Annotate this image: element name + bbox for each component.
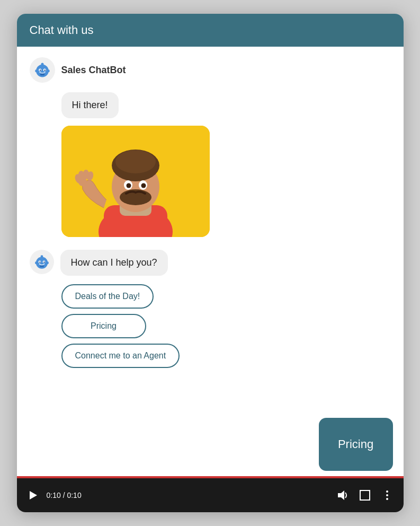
svg-point-42 xyxy=(386,498,388,500)
svg-point-7 xyxy=(41,63,43,65)
character-svg xyxy=(61,126,210,237)
svg-rect-39 xyxy=(360,490,370,500)
device-frame: Chat with us xyxy=(17,14,404,512)
fullscreen-button[interactable] xyxy=(357,487,373,503)
svg-marker-37 xyxy=(30,491,37,499)
video-controls-bar: 0:10 / 0:10 xyxy=(17,478,404,512)
svg-point-41 xyxy=(386,494,388,496)
svg-point-32 xyxy=(43,261,44,262)
svg-point-21 xyxy=(141,183,146,188)
svg-point-4 xyxy=(39,69,41,71)
message-row-help: How can I help you? xyxy=(30,250,391,276)
more-icon xyxy=(381,489,393,501)
quick-reply-agent[interactable]: Connect me to an Agent xyxy=(61,344,180,368)
fullscreen-icon xyxy=(359,489,371,501)
svg-point-31 xyxy=(39,261,40,262)
svg-rect-28 xyxy=(40,265,44,267)
chat-header: Chat with us xyxy=(17,14,404,47)
svg-rect-1 xyxy=(40,74,44,75)
bot-identity: Sales ChatBot xyxy=(30,57,391,83)
small-bot-avatar-icon xyxy=(33,253,50,270)
bot-avatar-icon xyxy=(33,61,51,79)
bot-name: Sales ChatBot xyxy=(61,65,126,76)
svg-point-5 xyxy=(44,69,46,71)
play-button[interactable] xyxy=(25,488,40,503)
svg-point-20 xyxy=(126,183,131,188)
svg-rect-8 xyxy=(35,69,37,72)
svg-point-16 xyxy=(115,150,156,173)
svg-rect-36 xyxy=(47,261,48,264)
volume-button[interactable] xyxy=(335,487,351,503)
chat-header-title: Chat with us xyxy=(30,23,94,37)
bot-avatar xyxy=(30,57,55,83)
svg-point-34 xyxy=(40,255,43,258)
quick-reply-deals[interactable]: Deals of the Day! xyxy=(61,284,154,309)
pricing-overlay-label: Pricing xyxy=(338,437,373,451)
small-bot-avatar xyxy=(30,250,54,274)
message-bubble-1: Hi there! xyxy=(61,92,119,118)
more-options-button[interactable] xyxy=(379,487,395,503)
pricing-overlay-card[interactable]: Pricing xyxy=(319,418,393,471)
svg-marker-38 xyxy=(338,490,344,500)
bot-character-image xyxy=(61,126,210,237)
quick-replies: Deals of the Day! Pricing Connect me to … xyxy=(30,284,391,368)
progress-bar-container[interactable] xyxy=(17,476,404,478)
messages-area: Hi there! xyxy=(30,92,391,237)
progress-bar-fill xyxy=(17,476,404,478)
time-display: 0:10 / 0:10 xyxy=(47,491,82,499)
message-bubble-2: How can I help you? xyxy=(60,250,168,276)
volume-icon xyxy=(337,489,348,501)
quick-reply-pricing[interactable]: Pricing xyxy=(61,314,146,338)
chat-body: Sales ChatBot Hi there! xyxy=(17,47,404,476)
play-icon xyxy=(28,490,38,501)
svg-rect-9 xyxy=(48,69,49,72)
svg-rect-35 xyxy=(35,261,37,264)
svg-point-40 xyxy=(386,490,388,493)
